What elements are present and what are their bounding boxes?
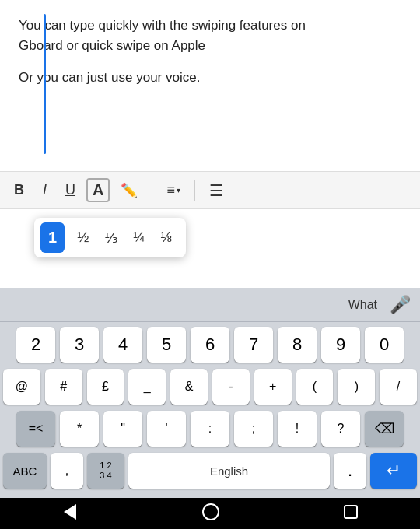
key-return[interactable]: ↵	[370, 453, 417, 489]
number-row: 2 3 4 5 6 7 8 9 0	[3, 327, 417, 363]
keyboard: What 🎤 2 3 4 5 6 7 8 9 0 @ # £ _ & - + (	[0, 288, 420, 498]
formatting-toolbar: B I U A ✏️ ≡ ▾ ☰	[0, 172, 420, 209]
align-button[interactable]: ≡ ▾	[159, 177, 188, 203]
nav-bar	[0, 498, 420, 529]
key-abc[interactable]: ABC	[3, 453, 47, 489]
key-question[interactable]: ?	[321, 411, 360, 447]
key-single-quote[interactable]: '	[147, 411, 186, 447]
key-3[interactable]: 3	[60, 327, 99, 363]
key-rows: 2 3 4 5 6 7 8 9 0 @ # £ _ & - + ( ) / =<…	[0, 322, 420, 498]
key-colon[interactable]: :	[191, 411, 229, 447]
key-pound[interactable]: £	[87, 369, 124, 405]
bottom-row: ABC , 1 23 4 English . ↵	[3, 453, 417, 489]
text-area: You can type quickly with the swiping fe…	[0, 0, 420, 171]
key-ampersand[interactable]: &	[170, 369, 208, 405]
suggestion-text[interactable]: What	[9, 298, 383, 312]
toolbar-separator-1	[152, 180, 152, 201]
key-semicolon[interactable]: ;	[234, 411, 273, 447]
italic-button[interactable]: I	[35, 177, 54, 203]
key-5[interactable]: 5	[147, 327, 186, 363]
key-6[interactable]: 6	[191, 327, 229, 363]
key-fractions[interactable]: 1 23 4	[87, 453, 124, 489]
text-paragraph-2: Or you can just use your voice.	[19, 68, 401, 88]
key-minus[interactable]: -	[212, 369, 250, 405]
recent-button[interactable]	[344, 505, 358, 522]
fraction-quarter[interactable]: ¼	[125, 223, 152, 252]
key-9[interactable]: 9	[321, 327, 360, 363]
key-7[interactable]: 7	[234, 327, 273, 363]
key-open-paren[interactable]: (	[296, 369, 334, 405]
key-at[interactable]: @	[3, 369, 40, 405]
pencil-button[interactable]: ✏️	[113, 177, 145, 204]
mic-button[interactable]: 🎤	[390, 295, 411, 315]
key-2[interactable]: 2	[16, 327, 55, 363]
key-space[interactable]: English	[128, 453, 330, 489]
key-comma[interactable]: ,	[51, 453, 83, 489]
symbol-row-2: =< * " ' : ; ! ? ⌫	[3, 411, 417, 447]
key-period[interactable]: .	[334, 453, 366, 489]
text-cursor	[44, 14, 46, 154]
font-button[interactable]: A	[86, 178, 110, 202]
list-button[interactable]: ☰	[201, 177, 231, 205]
key-close-paren[interactable]: )	[338, 369, 375, 405]
pencil-icon: ✏️	[121, 182, 138, 199]
toolbar-separator-2	[194, 180, 195, 201]
align-icon: ≡	[166, 182, 175, 198]
text-paragraph-1: You can type quickly with the swiping fe…	[19, 16, 401, 55]
recent-icon	[344, 505, 358, 519]
fraction-selected[interactable]: 1	[40, 222, 65, 253]
list-icon: ☰	[209, 181, 223, 200]
key-equals-lt[interactable]: =<	[16, 411, 55, 447]
dropdown-arrow-icon: ▾	[177, 186, 180, 194]
key-slash[interactable]: /	[380, 369, 417, 405]
fraction-third[interactable]: ⅓	[96, 223, 125, 253]
symbol-row-1: @ # £ _ & - + ( ) /	[3, 369, 417, 405]
key-hash[interactable]: #	[45, 369, 82, 405]
backspace-icon: ⌫	[375, 420, 394, 437]
suggestion-bar: What 🎤	[0, 288, 420, 322]
key-exclaim[interactable]: !	[278, 411, 317, 447]
home-icon	[202, 503, 219, 520]
key-asterisk[interactable]: *	[60, 411, 99, 447]
key-double-quote[interactable]: "	[103, 411, 142, 447]
mic-icon: 🎤	[390, 295, 411, 314]
key-backspace[interactable]: ⌫	[365, 411, 404, 447]
underline-button[interactable]: U	[58, 177, 83, 203]
key-8[interactable]: 8	[278, 327, 317, 363]
return-icon: ↵	[387, 461, 401, 481]
key-plus[interactable]: +	[254, 369, 292, 405]
fraction-half[interactable]: ½	[69, 223, 96, 252]
bold-button[interactable]: B	[6, 177, 32, 203]
back-icon	[64, 504, 76, 520]
back-button[interactable]	[62, 506, 78, 521]
fraction-popup: 1 ½ ⅓ ¼ ⅛	[34, 218, 186, 257]
home-button[interactable]	[202, 503, 219, 524]
key-underscore[interactable]: _	[128, 369, 166, 405]
fraction-eighth[interactable]: ⅛	[152, 223, 180, 252]
key-0[interactable]: 0	[365, 327, 404, 363]
key-4[interactable]: 4	[103, 327, 142, 363]
